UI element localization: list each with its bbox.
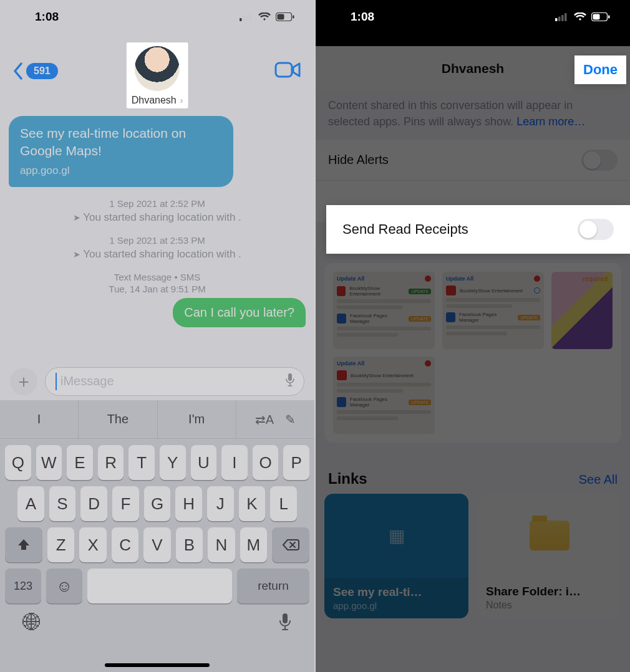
unread-badge: 591: [26, 63, 58, 79]
dictation-icon[interactable]: [278, 612, 292, 633]
cellular-icon: [240, 12, 253, 21]
timestamp: Tue, 14 Jan at 9:51 PM: [0, 284, 314, 294]
svg-rect-6: [293, 16, 294, 19]
prediction-2[interactable]: The: [79, 400, 157, 438]
hide-alerts-cell[interactable]: Hide Alerts: [316, 140, 630, 181]
send-read-receipts-label: Send Read Receipts: [342, 221, 468, 238]
back-button[interactable]: 591: [12, 62, 58, 80]
handwriting-icon: ✎: [285, 412, 296, 427]
key-H[interactable]: H: [175, 486, 202, 521]
key-Y[interactable]: Y: [160, 445, 186, 480]
keyboard-bottom-toolbar: 🌐︎: [0, 603, 314, 638]
learn-more-link[interactable]: Learn more…: [516, 115, 585, 128]
link-title: See my real-ti…: [333, 585, 460, 599]
contact-header-button[interactable]: Dhvanesh ›: [127, 42, 188, 108]
photo-thumbnail[interactable]: Update All BookMyShow EntertainmentUPDAT…: [333, 272, 435, 349]
keyboard-row-3: Z X C V B N M: [0, 521, 314, 562]
photo-thumbnail[interactable]: Update All BookMyShow Entertainment Face…: [442, 272, 544, 349]
svg-rect-10: [555, 18, 558, 21]
apps-plus-button[interactable]: ＋: [10, 368, 37, 395]
key-C[interactable]: C: [112, 527, 138, 562]
folder-icon: [530, 521, 569, 550]
facetime-video-button[interactable]: [274, 60, 302, 82]
prediction-3[interactable]: I'm: [158, 400, 236, 438]
key-K[interactable]: K: [239, 486, 266, 521]
key-space[interactable]: space: [87, 569, 232, 603]
key-B[interactable]: B: [176, 527, 203, 562]
home-indicator[interactable]: [105, 663, 210, 667]
compose-bar: ＋ iMessage: [0, 362, 314, 400]
key-I[interactable]: I: [221, 445, 248, 480]
prediction-tools[interactable]: ⇄A✎: [236, 400, 314, 438]
key-S[interactable]: S: [49, 486, 76, 521]
key-F[interactable]: F: [112, 486, 139, 521]
status-time: 1:08: [35, 10, 59, 24]
key-emoji[interactable]: ☺: [46, 569, 82, 603]
key-A[interactable]: A: [17, 486, 44, 521]
key-123[interactable]: 123: [5, 569, 41, 603]
key-U[interactable]: U: [191, 445, 217, 480]
dictation-mic-icon[interactable]: [285, 373, 295, 390]
key-L[interactable]: L: [270, 486, 297, 521]
app-icon: [337, 397, 346, 407]
message-text: See my real-time location on Google Maps…: [20, 125, 222, 160]
key-P[interactable]: P: [283, 445, 309, 480]
svg-rect-12: [561, 15, 564, 21]
send-read-receipts-cell[interactable]: Send Read Receipts: [326, 205, 630, 254]
right-screenshot: 1:08 Dhvanesh Done Content shared in thi…: [316, 0, 630, 672]
chevron-left-icon: [12, 62, 24, 80]
key-backspace[interactable]: [272, 527, 309, 562]
key-W[interactable]: W: [36, 445, 62, 480]
timestamp: Text Message • SMS: [0, 272, 314, 282]
left-screenshot: 1:08 591 Dhvanesh › See my real-time loc…: [0, 0, 314, 672]
message-input[interactable]: iMessage: [45, 367, 304, 396]
svg-rect-11: [558, 17, 561, 22]
links-see-all-button[interactable]: See All: [579, 473, 618, 487]
photo-thumbnail[interactable]: Update All BookMyShow Entertainment Face…: [333, 357, 435, 434]
photos-grid[interactable]: Update All BookMyShow EntertainmentUPDAT…: [324, 263, 621, 443]
globe-icon[interactable]: 🌐︎: [22, 612, 41, 633]
link-card[interactable]: ▦ See my real-ti… app.goo.gl: [324, 494, 468, 618]
key-J[interactable]: J: [207, 486, 234, 521]
send-read-receipts-toggle[interactable]: [578, 219, 614, 240]
key-M[interactable]: M: [240, 527, 267, 562]
key-Q[interactable]: Q: [5, 445, 31, 480]
photo-thumbnail[interactable]: required: [551, 272, 613, 349]
timestamp: 1 Sep 2021 at 2:52 PM: [0, 198, 314, 209]
app-icon: [337, 314, 346, 324]
done-button[interactable]: Done: [574, 55, 626, 84]
backspace-icon: [282, 539, 299, 551]
key-X[interactable]: X: [79, 527, 106, 562]
hide-alerts-toggle[interactable]: [581, 150, 618, 171]
key-Z[interactable]: Z: [47, 527, 74, 562]
key-O[interactable]: O: [253, 445, 279, 480]
key-shift[interactable]: [5, 527, 42, 562]
keyboard: I The I'm ⇄A✎ Q W E R T Y U I O P A S D: [0, 400, 314, 672]
links-row: ▦ See my real-ti… app.goo.gl Share Folde…: [324, 494, 621, 618]
system-message: ➤You started sharing location with .: [0, 248, 314, 261]
key-R[interactable]: R: [98, 445, 124, 480]
key-N[interactable]: N: [208, 527, 235, 562]
keyboard-row-1: Q W E R T Y U I O P: [0, 439, 314, 480]
status-icons: [240, 12, 294, 21]
contact-avatar: [135, 46, 180, 91]
outgoing-message-bubble[interactable]: Can I call you later?: [173, 298, 306, 327]
prediction-1[interactable]: I: [0, 400, 79, 438]
svg-rect-16: [608, 16, 610, 19]
link-subtitle: app.goo.gl: [333, 600, 460, 611]
svg-rect-3: [249, 13, 251, 21]
link-card[interactable]: Share Folder: i… Notes: [477, 494, 621, 618]
notification-dot-icon: [425, 276, 431, 282]
message-placeholder: iMessage: [61, 374, 114, 388]
key-V[interactable]: V: [143, 527, 170, 562]
incoming-message-bubble[interactable]: See my real-time location on Google Maps…: [9, 116, 233, 187]
shared-content-description: Content shared in this conversation will…: [316, 91, 630, 140]
message-link-domain: app.goo.gl: [20, 164, 222, 178]
key-E[interactable]: E: [67, 445, 93, 480]
key-D[interactable]: D: [80, 486, 107, 521]
svg-rect-8: [288, 373, 292, 381]
key-T[interactable]: T: [128, 445, 155, 480]
key-G[interactable]: G: [144, 486, 171, 521]
key-return[interactable]: return: [237, 569, 309, 603]
svg-rect-2: [246, 15, 248, 21]
